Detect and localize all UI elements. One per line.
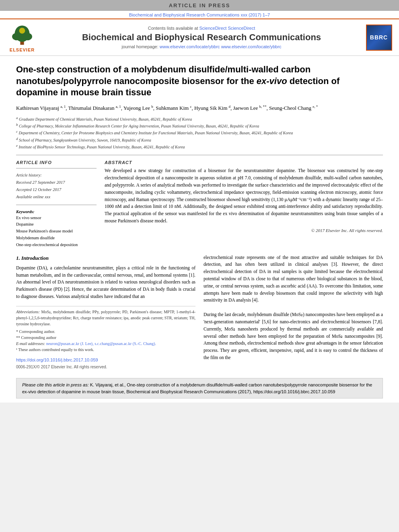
affil-e: Institute of BioPhysio Sensor Technology… (19, 145, 185, 149)
footnote1-text: ¹ These authors contributed equally to t… (16, 347, 94, 352)
journal-ref-text: Biochemical and Biophysical Research Com… (129, 12, 270, 17)
keywords-divider (16, 205, 97, 205)
bbrc-logo-text: BBRC (370, 34, 388, 41)
main-content: One-step construction of a molybdenum di… (0, 56, 399, 403)
section-title-text: Introduction (21, 255, 49, 261)
history-label: Article history: (16, 173, 42, 177)
homepage-label: journal homepage: (122, 44, 158, 49)
copyright-line: © 2017 Elsevier Inc. All rights reserved… (105, 228, 383, 233)
cite-label: Please cite this article in press as: (22, 382, 89, 387)
section-num: 1. (16, 255, 20, 261)
doi-link-container[interactable]: https://doi.org/10.1016/j.bbrc.2017.10.0… (16, 357, 195, 364)
journal-center: Contents lists available at ScienceDirec… (40, 26, 363, 49)
article-info-col: ARTICLE INFO Article history: Received 2… (16, 160, 97, 248)
double-star-label: ** Corresponding author (16, 335, 56, 340)
contents-label: Contents lists available at (148, 26, 198, 31)
keyword-3: Mouse Parkinson's disease model (16, 228, 97, 235)
affiliations: a Graduate Department of Chemical Materi… (16, 115, 383, 150)
keywords-section: Keywords: Ex vivo sensor Dopamine Mouse … (16, 208, 97, 249)
homepage-url[interactable]: www.elsevier.com/locate/ybbrc (160, 44, 220, 49)
star-label: * Corresponding author. (16, 329, 55, 334)
article-info-abstract-cols: ARTICLE INFO Article history: Received 2… (16, 160, 383, 248)
footnote-star: * Corresponding author. (16, 329, 195, 335)
section-divider-1 (16, 155, 383, 155)
affil-c: Department of Chemistry, Center for Prot… (19, 131, 293, 136)
body-section: 1. Introduction Dopamine (DA), a catecho… (16, 254, 383, 370)
page-wrapper: ARTICLE IN PRESS Biochemical and Biophys… (0, 0, 399, 403)
bbrc-logo-box: BBRC (366, 25, 392, 51)
abstract-text: We developed a new strategy for construc… (105, 167, 383, 225)
article-history: Article history: Received 27 September 2… (16, 172, 97, 200)
footnote-abbreviations: Abbreviations: MoS₂, molybdenum disulfid… (16, 309, 195, 327)
abstract-col: ABSTRACT We developed a new strategy for… (105, 160, 383, 248)
keyword-4: Molybdenum disulfide (16, 235, 97, 242)
authors-line: Kathiresan Vijayaraj a, 1, Thirumalai Di… (16, 104, 383, 112)
homepage-url-text[interactable]: www.elsevier.com/locate/ybbrc (221, 44, 282, 49)
journal-ref-line: Biochemical and Biophysical Research Com… (0, 11, 399, 18)
citation-box: Please cite this article in press as: K.… (16, 378, 383, 398)
svg-point-3 (23, 33, 32, 40)
received-date: Received 27 September 2017 (16, 180, 65, 185)
svg-point-2 (12, 33, 21, 40)
article-in-press-banner: ARTICLE IN PRESS (0, 0, 399, 11)
affil-d: School of Pharmacy, Sungkyunkwan Univers… (19, 138, 151, 142)
journal-homepage-line: journal homepage: www.elsevier.com/locat… (44, 44, 359, 49)
footnote-emails: E-mail addresses: neuron@pusan.ac.kr (J.… (16, 341, 195, 347)
body-left-col: 1. Introduction Dopamine (DA), a catecho… (16, 254, 195, 370)
bbrc-logo: BBRC (363, 25, 395, 51)
elsevier-label-text: ELSEVIER (10, 47, 35, 52)
sd-link[interactable]: ScienceDirect (228, 26, 255, 31)
keyword-2: Dopamine (16, 221, 97, 228)
available-online: Available online xxx (16, 195, 50, 199)
email-label: E-mail addresses: (16, 341, 45, 346)
abstract-header: ABSTRACT (105, 160, 383, 165)
keyword-5: One-step electrochemical deposition (16, 242, 97, 249)
journal-title: Biochemical and Biophysical Research Com… (44, 32, 359, 43)
footnotes-area: Abbreviations: MoS₂, molybdenum disulfid… (16, 306, 195, 353)
contents-line: Contents lists available at ScienceDirec… (44, 26, 359, 31)
intro-left-para1: Dopamine (DA), a catecholamine neurotran… (16, 265, 195, 300)
affil-b: College of Pharmacy, Molecular Inflammat… (19, 124, 259, 128)
elsevier-tree-icon (8, 23, 36, 47)
issn-line: 0006-291X/© 2017 Elsevier Inc. All right… (16, 364, 195, 370)
abbrev-text: MoS₂, molybdenum disulfide; PPy, polypyr… (16, 310, 195, 326)
footnote-equal-contrib: ¹ These authors contributed equally to t… (16, 347, 195, 353)
intro-section-title: 1. Introduction (16, 254, 195, 262)
svg-point-4 (19, 28, 25, 34)
doi-url[interactable]: https://doi.org/10.1016/j.bbrc.2017.10.0… (16, 357, 98, 362)
sciencedirect-link[interactable]: ScienceDirect (200, 26, 227, 31)
accepted-date: Accepted 12 October 2017 (16, 187, 61, 192)
abbrev-label: Abbreviations: (16, 310, 40, 314)
email-addresses: neuron@pusan.ac.kr (J. Lee), s.c.chang@p… (46, 341, 156, 346)
doi-section: https://doi.org/10.1016/j.bbrc.2017.10.0… (16, 357, 195, 370)
article-info-header: ARTICLE INFO (16, 160, 97, 165)
article-info-divider (16, 168, 97, 168)
body-two-col: 1. Introduction Dopamine (DA), a catecho… (16, 254, 383, 370)
intro-right-para1: electrochemical route represents one of … (204, 254, 383, 304)
footnote-double-star: ** Corresponding author (16, 335, 195, 341)
elsevier-logo: ELSEVIER (4, 23, 40, 52)
intro-right-para2: During the last decade, molybdenum disul… (204, 311, 383, 362)
keyword-1: Ex vivo sensor (16, 215, 97, 222)
body-right-col: electrochemical route represents one of … (204, 254, 383, 370)
affil-a: Graduate Department of Chemical Material… (19, 117, 192, 121)
article-title: One-step construction of a molybdenum di… (16, 64, 383, 99)
header-section: ELSEVIER Contents lists available at Sci… (0, 18, 399, 56)
banner-text: ARTICLE IN PRESS (169, 2, 230, 8)
keywords-label: Keywords: (16, 210, 35, 214)
